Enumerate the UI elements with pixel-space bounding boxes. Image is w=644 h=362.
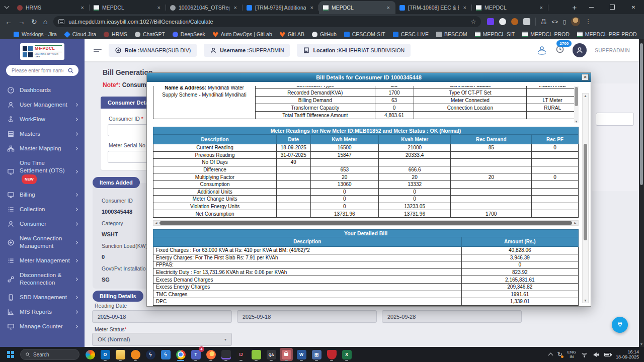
powertoys[interactable] xyxy=(159,348,172,361)
taskbar-search[interactable]: Search xyxy=(20,349,79,360)
tab-hrms[interactable]: HRMS × xyxy=(13,1,90,14)
sidebar-item-consumer[interactable]: Consumer xyxy=(0,217,85,231)
sidebar-item-sbd-management[interactable]: SBD Management xyxy=(0,290,85,305)
page-scrollbar[interactable] xyxy=(639,39,644,347)
bookmark-item[interactable]: MEPDCL-PROD xyxy=(522,31,570,37)
new-tab-button[interactable] xyxy=(569,1,581,13)
lockapp[interactable] xyxy=(280,348,293,361)
sidebar-search-input[interactable] xyxy=(11,67,64,74)
sidebar-item-mis-reports[interactable]: MIS Reports xyxy=(0,305,85,319)
reload-icon[interactable]: ↻ xyxy=(31,18,37,25)
firefox[interactable] xyxy=(204,348,217,361)
browser-profile-avatar[interactable] xyxy=(571,17,580,26)
modal-scrollbar[interactable] xyxy=(582,93,589,303)
menu-kebab-icon[interactable] xyxy=(585,18,591,25)
sidebar-search[interactable] xyxy=(6,65,78,76)
postman[interactable] xyxy=(144,348,157,361)
sidebar-item-master-mapping[interactable]: Master Mapping xyxy=(0,141,85,156)
copilot[interactable] xyxy=(84,348,97,361)
horizontal-scrollbar[interactable] xyxy=(153,220,579,226)
bookmark-item[interactable]: HRMS xyxy=(104,31,127,37)
bookmark-item[interactable]: GitLAB xyxy=(280,31,304,37)
bookmark-star-icon[interactable] xyxy=(470,18,476,25)
bookmark-item[interactable]: GitHub xyxy=(312,31,337,37)
excel[interactable]: X xyxy=(340,348,353,361)
language-indicator[interactable]: ENG IN xyxy=(568,350,576,359)
bookmark-item[interactable]: DeepSeek xyxy=(173,31,205,37)
sidebar-item-user-management[interactable]: User Management xyxy=(0,98,85,112)
devtools-icon[interactable]: <> xyxy=(551,19,558,25)
extensions-puzzle-icon[interactable] xyxy=(523,18,530,25)
date-input[interactable] xyxy=(237,310,377,323)
info-scrollbar-thumb[interactable] xyxy=(575,87,578,106)
tray-chevron-up-icon[interactable] xyxy=(548,353,553,358)
site-info-icon[interactable] xyxy=(58,19,64,24)
bookmark-item[interactable]: Worklogs - Jira xyxy=(14,31,57,37)
user-avatar[interactable] xyxy=(573,43,587,57)
scroll-left-arrow-icon[interactable] xyxy=(154,221,158,226)
browser-hub-icon[interactable]: 品 xyxy=(541,18,546,26)
sync-tray-icon[interactable]: ↻ xyxy=(557,351,562,358)
bookmark-item[interactable]: ChatGPT xyxy=(135,31,165,37)
qa[interactable]: QA xyxy=(265,348,278,361)
battery-icon[interactable] xyxy=(604,353,611,356)
tab-close-icon[interactable]: × xyxy=(538,5,544,11)
hamburger-menu-icon[interactable] xyxy=(94,49,102,52)
tab-ots-report-pdf[interactable]: 1000621045_OTSReport.pdf × xyxy=(166,1,243,14)
window-maximize-button[interactable] xyxy=(602,0,623,14)
trash-icon[interactable]: ▯ xyxy=(563,19,566,25)
page-scrollbar-thumb[interactable] xyxy=(640,43,643,185)
bookmark-item[interactable]: Cloud Jira xyxy=(64,31,96,37)
sidebar-item-workflow[interactable]: WorkFlow xyxy=(0,112,85,127)
sidebar-item-meter-management[interactable]: Meter Management xyxy=(0,253,85,268)
ext-cookie-icon[interactable] xyxy=(511,18,518,25)
home-icon[interactable]: ⌂ xyxy=(43,18,47,25)
tab-close-icon[interactable]: × xyxy=(462,5,468,11)
tab-close-icon[interactable]: × xyxy=(232,5,238,11)
sidebar-item-new-connection[interactable]: New Connection Management xyxy=(0,231,85,253)
calculator[interactable] xyxy=(310,348,323,361)
tab-search-icon[interactable] xyxy=(0,2,13,12)
navicat[interactable] xyxy=(129,348,142,361)
url-text[interactable]: uat.mepdcl.trm.ieasybill.com:1027/BillGe… xyxy=(68,19,466,25)
bookmark-item[interactable]: MEPDCL-SIT xyxy=(475,31,515,37)
tab-mepdcl-1[interactable]: MEPDCL × xyxy=(90,1,166,14)
scroll-down-arrow-icon[interactable] xyxy=(639,342,644,346)
forward-icon[interactable]: → xyxy=(18,18,25,25)
tab-trm-10608[interactable]: [TRM-10608] EEC & EDC billed × xyxy=(395,1,472,14)
modal-scrollbar-thumb[interactable] xyxy=(584,144,587,240)
bookmark-item[interactable]: Auto DevOps | GitLab xyxy=(213,31,272,37)
info-table-scrollbar[interactable] xyxy=(574,86,579,123)
bookmark-item[interactable]: MEPDCL-PRE-PROD xyxy=(577,31,637,37)
horizontal-scrollbar-thumb[interactable] xyxy=(159,221,572,225)
intellij[interactable]: IJ xyxy=(234,348,248,361)
sidebar-item-billing[interactable]: Billing xyxy=(0,188,85,202)
teams[interactable]: T 4 xyxy=(189,348,202,361)
scroll-down-arrow-icon[interactable] xyxy=(583,299,588,302)
meter-status-select[interactable]: OK (Normal) xyxy=(92,333,232,346)
sidebar-item-ots[interactable]: One Time Settlement (OTS)NEW xyxy=(0,156,85,188)
speaker-icon[interactable] xyxy=(593,351,599,358)
date-input[interactable] xyxy=(382,310,522,323)
sidebar-item-disconnection[interactable]: Disconnection & Reconnection xyxy=(0,268,85,290)
sidebar-item-collection[interactable]: Collection xyxy=(0,202,85,217)
tab-close-icon[interactable]: × xyxy=(385,5,391,11)
notepadpp[interactable] xyxy=(250,348,263,361)
tab-close-icon[interactable]: × xyxy=(156,5,162,11)
dbeaver[interactable] xyxy=(219,348,232,361)
tab-trm-9739[interactable]: [TRM-9739] Additional Units N × xyxy=(243,1,319,14)
tab-mepdcl-active[interactable]: MEPDCL × xyxy=(319,1,395,14)
ext-tampermonkey-icon[interactable] xyxy=(499,18,506,25)
tab-mepdcl-2[interactable]: MEPDCL × xyxy=(472,1,548,14)
sidebar-item-manage-counter[interactable]: Manage Counter xyxy=(0,319,85,334)
tab-close-icon[interactable]: × xyxy=(309,5,315,11)
date-input[interactable] xyxy=(92,310,232,323)
taskbar-clock[interactable]: 16:14 18-09-2025 xyxy=(616,349,639,359)
scroll-down-arrow-icon[interactable] xyxy=(574,120,579,123)
scroll-right-arrow-icon[interactable] xyxy=(574,221,577,226)
modal-close-button[interactable] xyxy=(582,74,589,80)
bookmark-item[interactable]: BESCOM xyxy=(436,31,467,37)
ext-purple-icon[interactable] xyxy=(487,18,494,25)
window-minimize-button[interactable] xyxy=(581,0,602,14)
sidebar-item-masters[interactable]: Masters xyxy=(0,127,85,141)
